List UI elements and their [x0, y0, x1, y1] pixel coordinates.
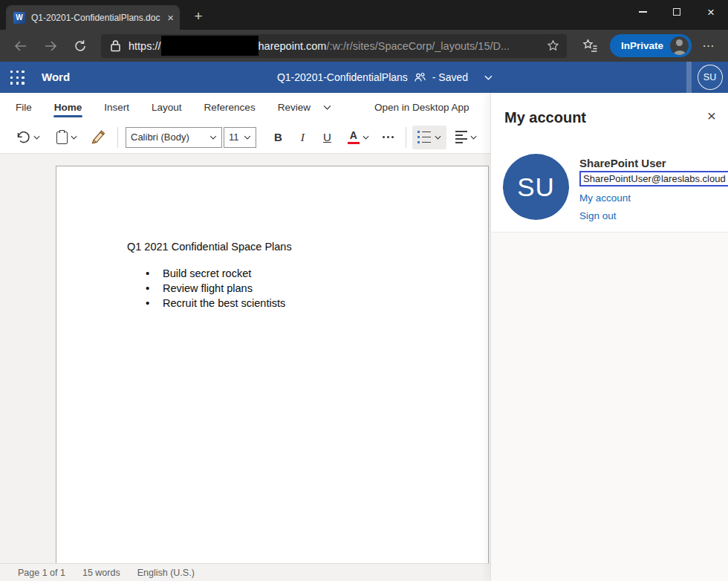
- chevron-down-icon: [470, 135, 477, 140]
- chevron-down-icon: [209, 135, 217, 140]
- chevron-down-icon: [33, 135, 40, 140]
- tab-references[interactable]: References: [193, 93, 267, 121]
- favorites-star-list-icon: [582, 39, 598, 53]
- chevron-down-icon: [363, 135, 369, 140]
- bullet-list-button[interactable]: [412, 126, 446, 149]
- page-count-status[interactable]: Page 1 of 1: [18, 568, 65, 578]
- window-maximize-button[interactable]: [660, 0, 694, 24]
- document-bullet-list: Build secret rocket Review flight plans …: [127, 266, 458, 311]
- browser-toolbar: https:// harepoint.com /:w:/r/sites/Spac…: [0, 30, 728, 62]
- tab-layout[interactable]: Layout: [140, 93, 193, 121]
- undo-icon: [16, 131, 30, 143]
- my-account-link[interactable]: My account: [579, 192, 728, 204]
- ribbon-tool-row: Calibri (Body) 11 B I U A: [0, 121, 490, 154]
- document-heading-line[interactable]: Q1 2021 Confidential Space Plans: [127, 239, 458, 254]
- tab-close-icon[interactable]: ×: [167, 12, 174, 23]
- my-account-panel: My account × SU SharePoint User SharePoi…: [490, 93, 728, 581]
- saved-status: - Saved: [432, 71, 468, 83]
- browser-tab[interactable]: W Q1-20201-ConfidentialPlans.doc ×: [6, 5, 180, 30]
- back-arrow-icon: [14, 40, 27, 52]
- main-area: File Home Insert Layout References Revie…: [0, 93, 728, 581]
- new-tab-button[interactable]: +: [189, 7, 208, 26]
- inprivate-label: InPrivate: [621, 40, 663, 51]
- paste-button[interactable]: [56, 131, 77, 144]
- document-title[interactable]: Q1-20201-ConfidentialPlans: [277, 71, 408, 83]
- ribbon-menu-row: File Home Insert Layout References Revie…: [0, 93, 490, 121]
- app-name[interactable]: Word: [42, 71, 70, 83]
- account-row: SU SharePoint User SharePointUser@laresl…: [503, 154, 728, 222]
- add-favorite-button[interactable]: [547, 39, 559, 52]
- star-icon: [547, 39, 559, 52]
- address-bar[interactable]: https:// harepoint.com /:w:/r/sites/Spac…: [101, 34, 567, 58]
- word-app-header: Word Q1-20201-ConfidentialPlans - Saved …: [0, 62, 728, 93]
- document-content: Q1 2021 Confidential Space Plans Build s…: [56, 166, 488, 311]
- avatar: SU: [698, 65, 723, 90]
- maximize-icon: [673, 8, 680, 16]
- divider: [406, 127, 406, 148]
- alignment-button[interactable]: [455, 131, 477, 143]
- window-controls: ×: [625, 0, 728, 24]
- refresh-button[interactable]: [65, 33, 95, 59]
- panel-close-icon[interactable]: ×: [707, 108, 716, 123]
- url-path: /:w:/r/sites/SpaceCorp/_layouts/15/D...: [326, 40, 542, 52]
- tab-file[interactable]: File: [4, 93, 43, 121]
- bullet-item[interactable]: Build secret rocket: [127, 266, 458, 281]
- browser-menu-button[interactable]: …: [702, 36, 716, 51]
- undo-button[interactable]: [16, 131, 40, 143]
- refresh-icon: [74, 39, 87, 53]
- inprivate-badge[interactable]: InPrivate: [610, 34, 692, 57]
- chevron-down-icon: [323, 105, 331, 110]
- browser-window: W Q1-20201-ConfidentialPlans.doc × + × h…: [0, 0, 728, 581]
- word-editor-region: File Home Insert Layout References Revie…: [0, 93, 490, 581]
- app-launcher-waffle-icon[interactable]: [10, 71, 25, 85]
- more-tabs-button[interactable]: [323, 105, 331, 110]
- font-name-select[interactable]: Calibri (Body): [126, 127, 222, 148]
- account-display-name: SharePoint User: [579, 157, 728, 170]
- italic-button[interactable]: I: [301, 131, 305, 144]
- underline-button[interactable]: U: [323, 131, 331, 143]
- url-scheme: https://: [129, 40, 161, 52]
- bullet-item[interactable]: Recruit the best scientists: [127, 296, 458, 311]
- sign-out-link[interactable]: Sign out: [579, 210, 728, 222]
- chevron-down-icon: [435, 135, 441, 140]
- url-domain: harepoint.com: [259, 40, 327, 52]
- forward-button[interactable]: [36, 33, 65, 59]
- tab-insert[interactable]: Insert: [93, 93, 140, 121]
- bullet-item[interactable]: Review flight plans: [127, 281, 458, 296]
- account-avatar: SU: [503, 154, 569, 220]
- tab-bar: W Q1-20201-ConfidentialPlans.doc × + ×: [0, 0, 728, 30]
- close-icon: ×: [707, 6, 715, 19]
- back-button[interactable]: [6, 33, 36, 59]
- forward-arrow-icon: [44, 40, 57, 52]
- chevron-down-icon: [71, 135, 77, 140]
- language-status[interactable]: English (U.S.): [137, 568, 195, 578]
- account-email[interactable]: SharePointUser@lareslabs.cloud: [579, 171, 728, 186]
- tab-review[interactable]: Review: [267, 93, 322, 121]
- account-card: My account × SU SharePoint User SharePoi…: [491, 93, 728, 233]
- word-count-status[interactable]: 15 words: [82, 568, 120, 578]
- lock-icon: [110, 39, 121, 52]
- font-color-icon: A: [348, 130, 360, 144]
- account-avatar-button[interactable]: SU: [692, 62, 728, 93]
- account-button-highlight: [686, 62, 692, 93]
- chevron-down-icon[interactable]: [484, 75, 493, 80]
- favorites-hub-button[interactable]: [576, 33, 604, 59]
- status-bar: Page 1 of 1 15 words English (U.S.): [0, 563, 490, 581]
- font-color-button[interactable]: A: [348, 130, 369, 144]
- more-formatting-button[interactable]: [383, 136, 394, 138]
- profile-icon: [670, 36, 689, 55]
- bold-button[interactable]: B: [274, 131, 282, 143]
- align-left-icon: [455, 131, 467, 143]
- clipboard-icon: [56, 131, 68, 144]
- open-in-desktop-app-button[interactable]: Open in Desktop App: [374, 102, 469, 113]
- window-minimize-button[interactable]: [625, 0, 660, 24]
- window-close-button[interactable]: ×: [694, 0, 728, 24]
- font-size-select[interactable]: 11: [224, 127, 256, 148]
- bullet-list-icon: [417, 131, 432, 144]
- account-info: SharePoint User SharePointUser@lareslabs…: [579, 154, 728, 222]
- tab-home[interactable]: Home: [43, 93, 94, 121]
- document-page[interactable]: Q1 2021 Confidential Space Plans Build s…: [56, 166, 489, 563]
- format-painter-button[interactable]: [91, 130, 105, 144]
- chevron-down-icon: [244, 135, 251, 140]
- document-title-group[interactable]: Q1-20201-ConfidentialPlans - Saved: [277, 62, 493, 93]
